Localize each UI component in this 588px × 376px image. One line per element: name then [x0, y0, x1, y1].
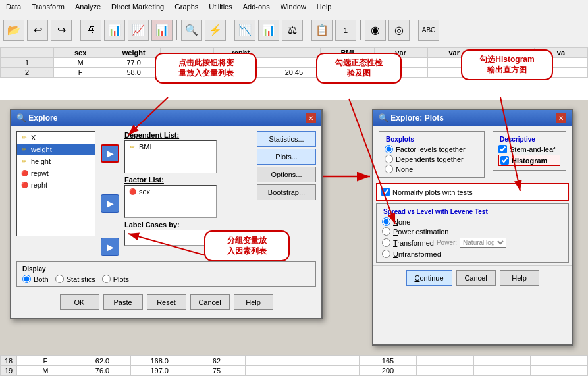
explore-close-button[interactable]: ✕: [306, 113, 316, 123]
move-to-factor-button[interactable]: ▶: [101, 194, 119, 213]
boxplot-dependents[interactable]: Dependents together: [385, 155, 479, 163]
var-item-repwt[interactable]: 🔴 repwt: [17, 167, 95, 179]
cell-sex-2[interactable]: F: [54, 68, 107, 78]
toolbar-balance[interactable]: ⚖: [282, 20, 303, 41]
col-header-weight[interactable]: weight: [107, 48, 161, 58]
toolbar-find[interactable]: 🔍: [181, 20, 202, 41]
histogram-check[interactable]: Histogram: [498, 155, 560, 166]
power-select[interactable]: Natural log: [460, 238, 506, 248]
boxplot-factor-levels-radio[interactable]: [385, 145, 393, 153]
menu-window[interactable]: Window: [278, 3, 309, 11]
menu-data[interactable]: Data: [3, 3, 24, 11]
toolbar-circle1[interactable]: ◉: [365, 20, 386, 41]
spread-untransformed[interactable]: Untransformed: [382, 250, 563, 258]
plots-button[interactable]: Plots...: [257, 149, 316, 165]
toolbar-undo[interactable]: ↩: [27, 20, 48, 41]
normality-checkbox[interactable]: [381, 188, 390, 196]
cell-weight-18[interactable]: 62.0: [74, 356, 131, 366]
menu-direct-marketing[interactable]: Direct Marketing: [109, 3, 167, 11]
cell-col3-19[interactable]: 197.0: [131, 366, 188, 376]
options-button[interactable]: Options...: [257, 167, 316, 182]
spread-transformed[interactable]: Transformed: [382, 238, 434, 247]
var-item-x[interactable]: ✏ X: [17, 132, 95, 144]
dependent-list[interactable]: ✏ BMI: [124, 140, 217, 173]
toolbar-chart1[interactable]: 📊: [104, 20, 125, 41]
bootstrap-button[interactable]: Bootstrap...: [257, 184, 316, 200]
factor-list[interactable]: 🔴 sex: [124, 185, 217, 218]
histogram-checkbox[interactable]: [500, 156, 509, 165]
var-item-height[interactable]: ✏ height: [17, 155, 95, 167]
display-statistics[interactable]: Statistics: [55, 275, 95, 283]
cell-weight-19[interactable]: 76.0: [74, 366, 131, 376]
toolbar-redo[interactable]: ↪: [51, 20, 72, 41]
display-both-radio[interactable]: [22, 275, 31, 283]
menu-transform[interactable]: Transform: [29, 3, 67, 11]
display-both[interactable]: Both: [22, 275, 49, 283]
toolbar-num[interactable]: 1: [335, 20, 356, 41]
display-plots-radio[interactable]: [102, 275, 111, 283]
label-cases-list[interactable]: [124, 230, 217, 246]
spread-untransformed-radio[interactable]: [382, 250, 390, 258]
display-plots[interactable]: Plots: [102, 275, 129, 283]
cell-sex-19[interactable]: M: [17, 366, 74, 376]
boxplot-none-radio[interactable]: [385, 165, 393, 173]
statistics-button[interactable]: Statistics...: [257, 131, 316, 147]
stem-and-leaf-check[interactable]: Stem-and-leaf: [498, 145, 560, 153]
toolbar-stats2[interactable]: 📊: [258, 20, 279, 41]
cell-repht-18[interactable]: 62: [188, 356, 246, 366]
boxplot-factor-levels[interactable]: Factor levels together: [385, 145, 479, 153]
cell-weight-1[interactable]: 77.0: [107, 58, 161, 68]
cell-repht-19[interactable]: 75: [188, 366, 246, 376]
continue-button[interactable]: Continue: [406, 270, 452, 286]
toolbar-chart2[interactable]: 📈: [128, 20, 149, 41]
cell-weight-2[interactable]: 58.0: [107, 68, 161, 78]
toolbar-circle2[interactable]: ◎: [388, 20, 410, 41]
ok-button[interactable]: OK: [60, 294, 99, 310]
toolbar-open[interactable]: 📂: [3, 20, 24, 41]
boxplot-none[interactable]: None: [385, 165, 479, 173]
spread-none[interactable]: None: [382, 217, 563, 226]
menu-graphs[interactable]: Graphs: [172, 3, 201, 11]
toolbar-chart3[interactable]: 📊: [151, 20, 173, 41]
toolbar-var[interactable]: ⚡: [205, 20, 226, 41]
display-both-label: Both: [34, 275, 49, 283]
menu-help[interactable]: Help: [314, 3, 334, 11]
move-to-dependent-button[interactable]: ▶: [101, 144, 119, 163]
spread-power-radio[interactable]: [382, 227, 390, 236]
plots-close-button[interactable]: ✕: [556, 113, 566, 123]
menu-analyze[interactable]: Analyze: [72, 3, 103, 11]
var-item-repht[interactable]: 🔴 repht: [17, 179, 95, 191]
spread-power-label: Power estimation: [393, 228, 448, 236]
toolbar-sep1: [76, 20, 76, 40]
spread-power[interactable]: Power estimation: [382, 227, 563, 236]
boxplot-dependents-radio[interactable]: [385, 155, 393, 163]
toolbar-print[interactable]: 🖨: [80, 20, 101, 41]
display-statistics-radio[interactable]: [55, 275, 64, 283]
menu-utilities[interactable]: Utilities: [206, 3, 234, 11]
boxplot-none-label: None: [396, 165, 413, 173]
toolbar-page[interactable]: 📋: [311, 20, 333, 41]
spread-transformed-radio[interactable]: [382, 238, 390, 247]
variable-list[interactable]: ✏ X ✏ weight ✏ height 🔴 repwt 🔴 repht: [16, 131, 95, 236]
reset-button[interactable]: Reset: [147, 294, 186, 310]
cancel-button[interactable]: Cancel: [190, 294, 230, 310]
factor-item-sex[interactable]: 🔴 sex: [125, 186, 216, 198]
toolbar-stats1[interactable]: 📉: [234, 20, 255, 41]
var-item-weight[interactable]: ✏ weight: [17, 144, 95, 155]
help-button[interactable]: Help: [234, 294, 273, 310]
spread-none-radio[interactable]: [382, 217, 390, 226]
plots-help-button[interactable]: Help: [500, 270, 539, 286]
plots-cancel-button[interactable]: Cancel: [456, 270, 496, 286]
cell-col3-18[interactable]: 168.0: [131, 356, 188, 366]
paste-button[interactable]: Paste: [103, 294, 143, 310]
move-to-label-button[interactable]: ▶: [101, 238, 119, 256]
stem-and-leaf-checkbox[interactable]: [498, 145, 507, 153]
cell-sex-18[interactable]: F: [17, 356, 74, 366]
cell-sex-1[interactable]: M: [54, 58, 107, 68]
toolbar-abc[interactable]: ABC: [418, 20, 439, 41]
menu-addons[interactable]: Add-ons: [240, 3, 273, 11]
power-label: Power:: [437, 239, 457, 246]
col-header-sex[interactable]: sex: [54, 48, 107, 58]
normality-check[interactable]: Normality plots with tests: [381, 188, 564, 196]
dependent-item-bmi[interactable]: ✏ BMI: [125, 141, 216, 153]
